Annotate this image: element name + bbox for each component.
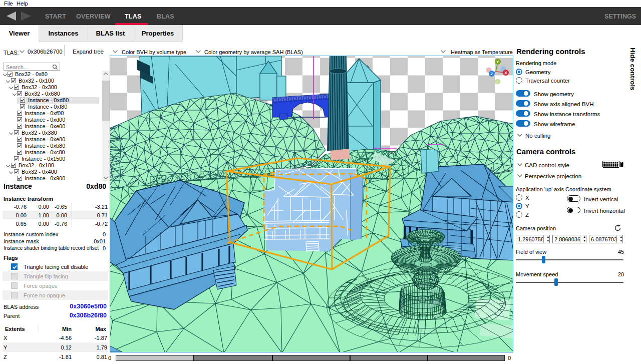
svg-text:X: X <box>504 71 507 75</box>
svg-text:Z: Z <box>491 72 493 76</box>
svg-text:Y: Y <box>496 60 499 64</box>
